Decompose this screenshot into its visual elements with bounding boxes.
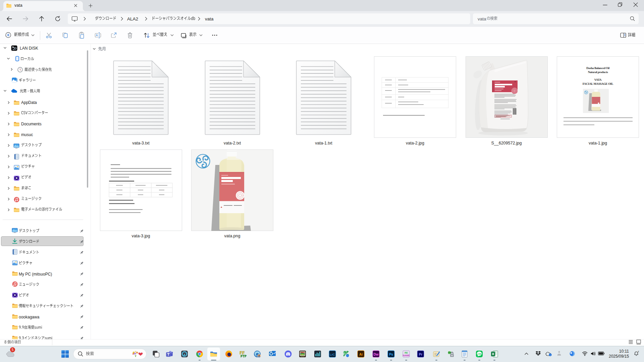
svg-text:FTP: FTP [240, 355, 247, 358]
svg-text:LrC: LrC [330, 353, 335, 356]
svg-text:z: z [638, 350, 639, 353]
svg-text:LINE: LINE [477, 353, 482, 355]
svg-text:NAME: NAME [403, 354, 410, 357]
svg-text:Ps: Ps [389, 353, 393, 356]
svg-text:Pr: Pr [419, 353, 423, 356]
svg-text:Ai: Ai [359, 353, 363, 356]
svg-text:Dw: Dw [374, 353, 379, 356]
svg-text:RE: RE [405, 352, 408, 354]
